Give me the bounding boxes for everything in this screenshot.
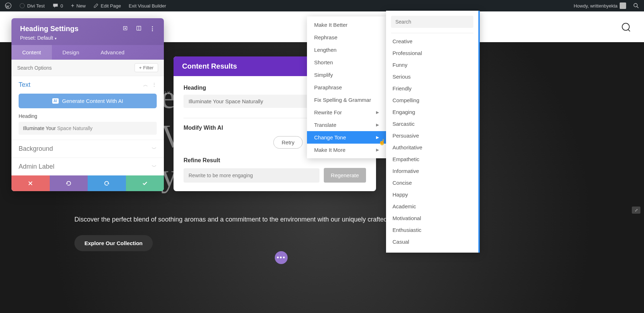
dd1-rewrite-for[interactable]: Rewrite For▶	[307, 106, 386, 119]
dd1-change-tone[interactable]: Change Tone▶	[307, 131, 386, 144]
save-button[interactable]	[126, 175, 164, 191]
new-link[interactable]: +New	[69, 0, 87, 11]
section-text[interactable]: Text	[19, 81, 30, 89]
tone-professional[interactable]: Professional	[391, 47, 473, 59]
expand-icon[interactable]	[122, 25, 128, 32]
chevron-down-icon[interactable]: ﹀	[152, 164, 157, 170]
generate-ai-button[interactable]: AIGenerate Content With AI	[19, 94, 157, 108]
more-icon[interactable]: ⋮	[150, 25, 155, 32]
svg-point-2	[634, 4, 638, 7]
dd1-make-it-more[interactable]: Make It More▶	[307, 144, 386, 156]
chevron-right-icon: ▶	[376, 148, 379, 152]
regenerate-button[interactable]: Regenerate	[324, 168, 366, 183]
chevron-right-icon: ▶	[376, 135, 379, 140]
tone-enthusiastic[interactable]: Enthusiastic	[391, 224, 473, 236]
svg-line-3	[637, 6, 638, 8]
dd1-shorten[interactable]: Shorten	[307, 56, 386, 69]
chevron-down-icon[interactable]: ﹀	[152, 146, 157, 152]
panel-title: Heading Settings	[20, 25, 78, 33]
tone-search-input[interactable]	[391, 16, 473, 28]
columns-icon[interactable]	[136, 25, 142, 32]
chevron-right-icon: ▶	[376, 123, 379, 127]
exit-vb-link[interactable]: Exit Visual Builder	[127, 0, 168, 11]
wp-admin-bar: Divi Test 0 +New Edit Page Exit Visual B…	[0, 0, 644, 11]
tone-academic[interactable]: Academic	[391, 200, 473, 212]
avatar	[620, 3, 626, 9]
tone-funny[interactable]: Funny	[391, 59, 473, 71]
tone-happy[interactable]: Happy	[391, 189, 473, 200]
tone-serious[interactable]: Serious	[391, 71, 473, 83]
ai-badge-icon: AI	[52, 98, 59, 104]
divi-fab-button[interactable]: •••	[275, 251, 288, 264]
dd1-fix-spelling[interactable]: Fix Spelling & Grammar	[307, 94, 386, 106]
edit-page-link[interactable]: Edit Page	[92, 0, 122, 11]
heading-field-label: Heading	[19, 113, 157, 119]
tone-persuasive[interactable]: Persuasive	[391, 130, 473, 141]
corner-expand-icon[interactable]: ⤢	[632, 207, 640, 214]
site-name[interactable]: Divi Test	[18, 0, 46, 11]
tone-informative[interactable]: Informative	[391, 165, 473, 177]
heading-settings-panel: Heading Settings ⋮ Preset: Default ▾ Con…	[11, 18, 164, 191]
retry-button[interactable]: Retry	[273, 136, 303, 149]
tone-casual[interactable]: Casual	[391, 236, 473, 248]
tone-submenu: Creative Professional Funny Serious Frie…	[386, 11, 480, 253]
hero-description: Discover the perfect blend of soothing a…	[74, 216, 413, 223]
tab-advanced[interactable]: Advanced	[90, 45, 135, 60]
filter-button[interactable]: +Filter	[135, 63, 158, 72]
tone-creative[interactable]: Creative	[391, 35, 473, 47]
preset-selector[interactable]: Preset: Default ▾	[20, 35, 155, 41]
tab-design[interactable]: Design	[52, 45, 90, 60]
hero-cta-button[interactable]: Explore Our Collection	[74, 235, 153, 251]
svg-rect-5	[125, 28, 126, 29]
comments-link[interactable]: 0	[51, 0, 64, 11]
undo-button[interactable]	[50, 175, 88, 191]
dd1-simplify[interactable]: Simplify	[307, 69, 386, 81]
svg-point-1	[20, 4, 25, 8]
dd1-make-it-better[interactable]: Make It Better	[307, 19, 386, 31]
section-admin-label[interactable]: Admin Label	[19, 163, 54, 170]
section-more-icon[interactable]: ⋮	[152, 82, 157, 88]
heading-field-input[interactable]: Illuminate Your Space Naturally	[19, 122, 157, 135]
tab-content[interactable]: Content	[11, 45, 52, 60]
tone-compelling[interactable]: Compelling	[391, 94, 473, 106]
chevron-up-icon[interactable]: ︿	[143, 82, 148, 88]
tone-sarcastic[interactable]: Sarcastic	[391, 118, 473, 130]
tone-authoritative[interactable]: Authoritative	[391, 141, 473, 153]
tone-motivational[interactable]: Motivational	[391, 212, 473, 224]
tone-friendly[interactable]: Friendly	[391, 83, 473, 94]
dd1-rephrase[interactable]: Rephrase	[307, 31, 386, 44]
tone-empathetic[interactable]: Empathetic	[391, 153, 473, 165]
dd1-lengthen[interactable]: Lengthen	[307, 44, 386, 56]
tone-engaging[interactable]: Engaging	[391, 106, 473, 118]
search-options-input[interactable]	[17, 65, 89, 71]
header-search-icon[interactable]	[622, 23, 630, 31]
refine-input[interactable]	[184, 168, 319, 183]
adminbar-search-icon[interactable]	[632, 0, 640, 11]
dd1-translate[interactable]: Translate▶	[307, 119, 386, 131]
redo-button[interactable]	[88, 175, 126, 191]
improve-ai-dropdown: Make It Better Rephrase Lengthen Shorten…	[307, 16, 386, 158]
wp-logo[interactable]	[4, 0, 13, 11]
chevron-right-icon: ▶	[376, 110, 379, 115]
cancel-button[interactable]	[11, 175, 50, 191]
dd1-paraphrase[interactable]: Paraphrase	[307, 81, 386, 94]
tone-concise[interactable]: Concise	[391, 177, 473, 189]
howdy-user[interactable]: Howdy, writtenbyekta	[572, 0, 628, 11]
section-background[interactable]: Background	[19, 145, 53, 153]
